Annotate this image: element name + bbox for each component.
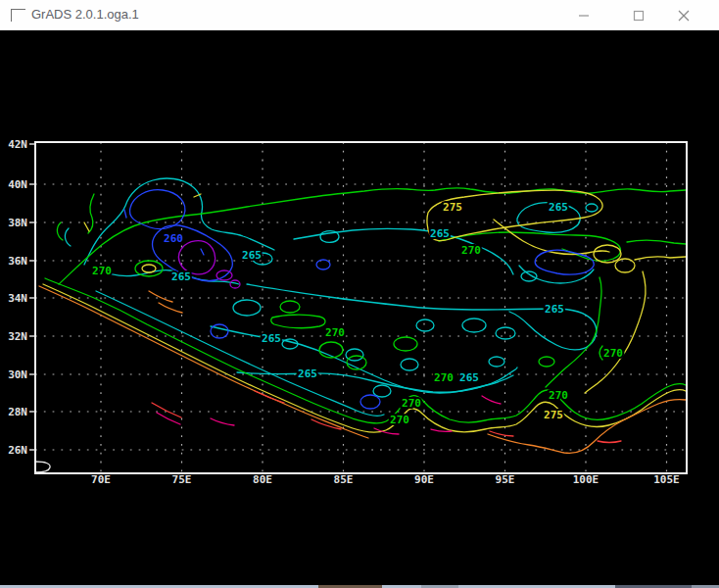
grads-window: { "window": { "title": "GrADS 2.0.1.oga.… [0,0,719,588]
y-tick-label: 34N [8,292,27,305]
close-icon [678,10,690,22]
contour-label-265: 265 [298,368,317,380]
x-tick-label: 85E [334,473,354,486]
contour-labels: 2752652652702602652702652652702652702652… [92,201,623,426]
contours-290 [157,396,501,434]
contour-label-275: 275 [544,409,563,421]
contour-label-270: 270 [92,265,112,277]
y-tick-label: 28N [8,406,27,418]
contours-265 [65,178,598,416]
grads-app-icon [11,9,25,22]
contour-label-265: 265 [459,371,479,384]
grads-canvas: 2752652652702602652702652652702652702652… [0,30,719,588]
y-tick-label: 30N [8,368,27,381]
contour-plot: 2752652652702602652702652652702652702652… [0,30,719,588]
minimize-button[interactable] [561,0,605,30]
y-tick-label: 36N [8,255,27,268]
contour-label-265: 265 [430,227,450,240]
x-tick-label: 70E [91,473,111,486]
window-title: GrADS 2.0.1.oga.1 [31,7,139,22]
y-tick-label: 26N [8,444,27,457]
contour-label-270: 270 [549,389,568,402]
maximize-button[interactable] [616,0,660,30]
y-tick-label: 32N [8,330,27,343]
coastline [35,462,50,472]
x-tick-label: 75E [172,473,192,486]
contour-label-275: 275 [443,201,462,214]
contour-label-270: 270 [461,244,481,257]
contours-260 [124,190,594,409]
x-tick-label: 105E [653,473,680,486]
x-tick-label: 90E [414,473,434,486]
titlebar[interactable]: GrADS 2.0.1.oga.1 [0,0,719,30]
y-tick-label: 42N [8,138,27,151]
close-button[interactable] [661,0,705,30]
x-tick-label: 95E [496,473,515,486]
contour-label-265: 265 [549,201,568,214]
contour-label-260: 260 [164,232,183,245]
contour-label-270: 270 [434,371,454,384]
contour-label-265: 265 [171,270,191,283]
contour-label-270: 270 [390,414,409,426]
x-tick-label: 80E [253,473,272,486]
x-tick-label: 100E [573,473,599,486]
y-tick-label: 40N [8,178,27,191]
minimize-icon [578,10,590,22]
contour-label-270: 270 [325,326,345,339]
contour-label-265: 265 [242,249,262,262]
contour-label-265: 265 [545,303,564,316]
contour-label-265: 265 [262,332,281,345]
maximize-icon [633,10,645,22]
contour-label-270: 270 [402,397,421,410]
contour-label-270: 270 [603,347,623,360]
y-tick-label: 38N [8,217,27,229]
